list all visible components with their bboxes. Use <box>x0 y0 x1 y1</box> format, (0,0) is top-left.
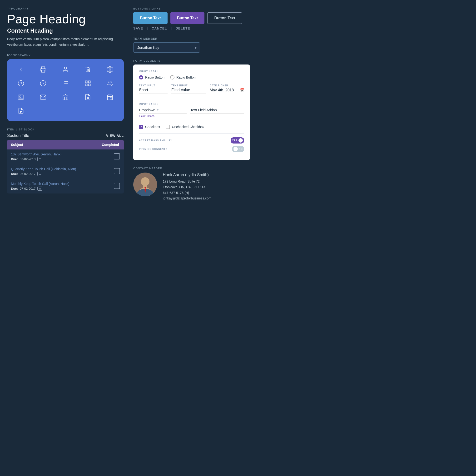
date-value[interactable]: May 4th, 2018 <box>210 88 234 92</box>
mail-icon[interactable] <box>38 92 48 102</box>
view-all-link[interactable]: VIEW ALL <box>106 134 124 137</box>
users-icon[interactable] <box>105 79 115 88</box>
document-list-icon[interactable] <box>16 106 26 116</box>
item-list-label: ITEM LIST BLOCK <box>7 128 124 131</box>
item-title-3[interactable]: Monthly Keep Touch Call (Aaron, Hank) <box>11 182 89 186</box>
item-due-2: Due: 06-02-2017 ☰ <box>11 172 89 176</box>
list-icon[interactable] <box>61 79 70 88</box>
field-value[interactable]: Field Value <box>171 88 206 94</box>
body-text: Body Text Vestibulum platea volutpat lit… <box>7 36 124 47</box>
radio-2[interactable]: Radio Button <box>170 75 196 80</box>
toggle-on-text: YES <box>232 139 238 142</box>
checkbox-cell-3 <box>93 179 124 193</box>
due-label-2: Due: <box>11 172 18 176</box>
toggle-circle-left <box>234 147 238 151</box>
table-row: Monthly Keep Touch Call (Aaron, Hank) Du… <box>7 179 124 193</box>
unchecked-icon <box>166 125 170 129</box>
calendar-clock-icon[interactable] <box>105 92 115 102</box>
toggle-off-switch[interactable]: NO <box>232 146 244 152</box>
dropdown-field[interactable]: Dropdown ▾ <box>139 108 187 114</box>
detail-icon-1[interactable]: ☰ <box>37 157 42 161</box>
delete-link[interactable]: DELETE <box>176 26 194 30</box>
team-member-label: TEAM MEMBER <box>133 37 250 40</box>
input-label-2: INPUT LABEL <box>139 103 244 105</box>
address-line2: Etobicoke, ON, CA, L6H 5T4 <box>163 185 205 189</box>
arrow-left-icon[interactable] <box>16 65 26 74</box>
text-input-label-2: TEXT INPUT <box>171 84 206 87</box>
contact-email: jonkay@dataproforbusiness.com <box>163 196 211 200</box>
item-title-1[interactable]: 137 Bentworth Ave. (Aaron, Hank) <box>11 152 89 156</box>
team-member-section: TEAM MEMBER Jonathan Kay Hank Aaron Lydi… <box>133 37 250 52</box>
help-circle-icon[interactable] <box>16 79 26 88</box>
cancel-link[interactable]: CANCEL <box>152 26 171 30</box>
grid-icon[interactable] <box>83 79 93 88</box>
save-link[interactable]: SAVE <box>133 26 147 30</box>
user-card-icon[interactable] <box>16 92 26 102</box>
text-input-label-1: TEXT INPUT <box>139 84 168 87</box>
settings-icon[interactable] <box>105 65 115 74</box>
avatar <box>133 172 157 196</box>
user-circle-icon[interactable] <box>61 65 70 74</box>
outline-button[interactable]: Button Text <box>207 12 242 24</box>
printer-icon[interactable] <box>38 65 48 74</box>
svg-rect-0 <box>41 70 45 72</box>
date-picker-label: DATE PICKER <box>210 84 244 87</box>
form-divider-1 <box>139 99 244 99</box>
form-divider-2 <box>139 121 244 121</box>
field-options-link[interactable]: Field Options <box>139 115 244 117</box>
buttons-row: Button Text Button Text Button Text <box>133 12 250 24</box>
file-icon[interactable] <box>83 92 93 102</box>
buttons-section: BUTTONS / LINKS Button Text Button Text … <box>133 7 250 31</box>
checkbox-1[interactable]: ✓ Checkbox <box>139 125 160 129</box>
contact-phone: 647-637-5176 (H) <box>163 191 189 195</box>
col-subject: Subject <box>7 140 93 150</box>
buttons-label: BUTTONS / LINKS <box>133 7 250 10</box>
due-date-1: 07-02-2013 <box>20 157 36 161</box>
form-elements-label: FORM ELEMENTS <box>133 59 250 62</box>
checkbox-2[interactable]: Unchecked Checkbox <box>166 125 204 129</box>
contact-address: 172 Long Road, Suite 72 Etobicoke, ON, C… <box>163 179 211 201</box>
dashboard-icon[interactable] <box>38 79 48 88</box>
secondary-button[interactable]: Button Text <box>170 12 205 24</box>
radio-1[interactable]: Radio Button <box>139 75 165 80</box>
form-divider-3 <box>139 133 244 134</box>
home-icon[interactable] <box>61 92 70 102</box>
trash-icon[interactable] <box>83 65 93 74</box>
text-addon-field[interactable]: Text Field Addon <box>190 108 244 114</box>
checkbox-1-label: Checkbox <box>145 125 160 129</box>
contact-name: Hank Aaron (Lydia Smith) <box>163 172 211 177</box>
page-heading: Page Heading <box>7 12 124 26</box>
detail-icon-2[interactable]: ☰ <box>37 172 42 176</box>
calendar-icon[interactable]: 📅 <box>239 88 244 92</box>
list-header: Section Title VIEW ALL <box>7 133 124 138</box>
svg-point-16 <box>108 81 110 83</box>
list-checkbox-1[interactable] <box>114 153 120 159</box>
checkbox-cell-2 <box>93 164 124 179</box>
primary-button[interactable]: Button Text <box>133 12 168 24</box>
form-elements-section: FORM ELEMENTS INPUT LABEL Radio Button R… <box>133 59 250 160</box>
short-field: TEXT INPUT Short <box>139 84 168 94</box>
radio-empty-icon <box>170 75 174 80</box>
toggle-on-switch[interactable]: YES <box>231 137 244 143</box>
toggle-off-text: NO <box>239 148 243 151</box>
iconography-label: ICONOGRAPHY <box>7 54 124 57</box>
item-cell-3: Monthly Keep Touch Call (Aaron, Hank) Du… <box>7 179 93 193</box>
short-value[interactable]: Short <box>139 88 168 94</box>
contact-label: CONTACT HEADER <box>133 167 250 170</box>
due-date-3: 07-02-2017 <box>20 187 36 190</box>
item-title-2[interactable]: Quarterly Keep Touch Call (Goldsetin, Al… <box>11 167 89 171</box>
item-due-3: Due: 07-02-2017 ☰ <box>11 187 89 191</box>
text-links: SAVE | CANCEL | DELETE <box>133 26 250 31</box>
date-picker-field: DATE PICKER May 4th, 2018 📅 <box>210 84 244 94</box>
team-member-select[interactable]: Jonathan Kay Hank Aaron Lydia Smith <box>133 42 200 52</box>
address-line1: 172 Long Road, Suite 72 <box>163 179 200 183</box>
svg-rect-15 <box>88 84 90 86</box>
divider-2: | <box>171 26 172 31</box>
list-checkbox-3[interactable] <box>114 183 120 189</box>
item-list-section: ITEM LIST BLOCK Section Title VIEW ALL S… <box>7 128 124 193</box>
contact-card: Hank Aaron (Lydia Smith) 172 Long Road, … <box>133 172 250 201</box>
checked-icon: ✓ <box>139 125 143 129</box>
toggle-row-1: ACCEPT MASS EMAILS? YES <box>139 137 244 143</box>
list-checkbox-2[interactable] <box>114 168 120 174</box>
detail-icon-3[interactable]: ☰ <box>37 187 42 191</box>
